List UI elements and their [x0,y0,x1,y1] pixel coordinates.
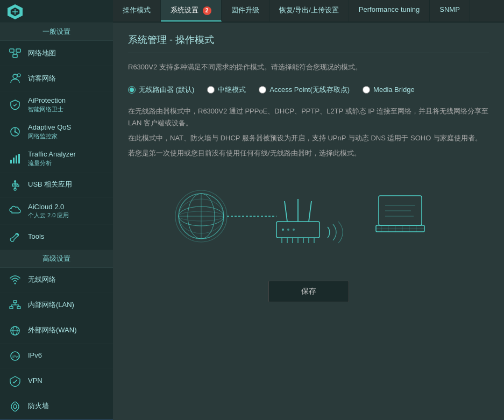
svg-rect-19 [13,301,17,303]
network-diagram [128,162,489,275]
svg-rect-60 [379,196,422,225]
svg-text:IPv6: IPv6 [12,355,20,359]
advanced-settings-header: 高级设置 [0,250,113,268]
sidebar-item-ipv6[interactable]: IPv6 IPv6 [0,344,113,369]
svg-rect-14 [16,155,17,163]
radio-wireless-router-input[interactable] [128,86,136,94]
svg-point-58 [287,229,289,231]
radio-access-point[interactable]: Access Point(无线存取点) [259,85,350,95]
radio-access-point-label: Access Point(无线存取点) [269,85,350,95]
save-button-container: 保存 [128,281,489,302]
sidebar-item-network-map[interactable]: 网络地图 [0,41,113,66]
sidebar-item-traffic-analyzer[interactable]: Traffic Analyzer 流量分析 [0,145,113,172]
radio-media-bridge[interactable]: Media Bridge [363,86,415,94]
page-title: 系统管理 - 操作模式 [128,33,489,46]
page-description: R6300V2 支持多种满足不同需求的操作模式。请选择能符合您现况的模式。 [128,62,489,73]
sidebar-item-lan[interactable]: 内部网络(LAN) [0,293,113,318]
ipv6-icon: IPv6 [8,348,23,364]
wireless-icon [8,273,23,288]
sidebar-item-label-ipv6: IPv6 [28,351,42,360]
mode-description-3: 若您是第一次使用或您目前没有使用任何有线/无线路由器时，选择此模式。 [128,147,489,159]
radio-repeater-label: 中继模式 [218,85,246,95]
title-divider [128,53,489,53]
sidebar-item-label-usb-apps: USB 相关应用 [28,180,72,189]
sidebar-item-label-adaptive-qos: Adaptive QoS 网络监控家 [28,123,71,140]
diagram-svg [169,173,449,259]
mode-description-1: 在无线路由器模式中，R6300V2 通过 PPPoE、DHCP、PPTP、L2T… [128,105,489,129]
svg-rect-5 [13,54,17,58]
svg-line-49 [309,201,311,222]
sidebar-item-tools[interactable]: Tools [0,225,113,250]
sidebar-item-wireless[interactable]: 无线网络 [0,268,113,293]
wan-icon [8,323,23,338]
sidebar-item-label-aiprotection: AiProtection 智能网络卫士 [28,96,66,113]
radio-wireless-router[interactable]: 无线路由器 (默认) [128,85,194,95]
network-setup-wizard-icon [8,4,23,19]
aiprotection-icon [8,97,23,112]
lan-icon [8,298,23,313]
sidebar-item-guest-network[interactable]: 访客网络 [0,66,113,91]
system-settings-badge: 2 [203,6,211,15]
sidebar-item-label-wireless: 无线网络 [28,275,56,284]
sidebar-item-label-firewall: 防火墙 [28,402,49,411]
radio-group-operation-mode: 无线路由器 (默认) 中继模式 Access Point(无线存取点) Medi… [128,85,489,95]
svg-rect-20 [10,307,13,309]
main-content: 操作模式 系统设置 2 固件升级 恢复/导出/上传设置 Performance … [113,0,504,420]
radio-access-point-input[interactable] [259,86,266,94]
svg-rect-4 [16,49,20,52]
svg-point-16 [14,188,16,190]
svg-rect-3 [10,49,14,52]
sidebar-item-aicloud[interactable]: AiCloud 2.0 个人云 2.0 应用 [0,198,113,225]
sidebar-item-label-guest-network: 访客网络 [28,74,56,83]
firewall-icon [8,399,23,414]
aicloud-icon [8,203,23,218]
tab-restore[interactable]: 恢复/导出/上传设置 [269,0,349,22]
mode-description-2: 在此模式中，NAT、防火墙与 DHCP 服务器被预设为开启，支持 UPnP 与动… [128,132,489,144]
sidebar-item-label-wan: 外部网络(WAN) [28,326,77,335]
tab-system-settings[interactable]: 系统设置 2 [161,0,222,22]
sidebar-item-wan[interactable]: 外部网络(WAN) [0,318,113,344]
svg-point-57 [282,229,284,231]
sidebar-item-adaptive-qos[interactable]: Adaptive QoS 网络监控家 [0,118,113,145]
usb-icon [8,177,23,193]
sidebar-item-label-vpn: VPN [28,376,42,386]
svg-point-18 [15,282,16,284]
content-area: 系统管理 - 操作模式 R6300V2 支持多种满足不同需求的操作模式。请选择能… [113,23,504,420]
tab-performance-tuning[interactable]: Performance tuning [349,0,430,22]
radio-repeater[interactable]: 中继模式 [207,85,246,95]
sidebar-item-aiprotection[interactable]: AiProtection 智能网络卫士 [0,91,113,118]
svg-point-9 [17,74,20,77]
tab-operation-mode[interactable]: 操作模式 [113,0,161,22]
sidebar-item-label-traffic-analyzer: Traffic Analyzer 流量分析 [28,150,76,167]
sidebar-item-label-tools: Tools [28,232,44,241]
sidebar-item-usb-apps[interactable]: USB 相关应用 [0,173,113,198]
svg-rect-15 [18,154,20,163]
svg-rect-13 [13,158,15,163]
svg-rect-17 [17,185,19,187]
general-settings-header: 一般设置 [0,23,113,41]
tab-snmp[interactable]: SNMP [430,0,470,22]
svg-point-59 [293,229,295,231]
guest-network-icon [8,71,23,86]
radio-repeater-input[interactable] [207,86,215,94]
sidebar-top [0,0,113,23]
tab-firmware-update[interactable]: 固件升级 [222,0,269,22]
sidebar-item-label-network-map: 网络地图 [28,49,56,58]
sidebar-item-firewall[interactable]: 防火墙 [0,394,113,419]
svg-line-47 [285,201,287,222]
adaptive-qos-icon [8,124,23,139]
tab-bar: 操作模式 系统设置 2 固件升级 恢复/导出/上传设置 Performance … [113,0,504,23]
network-map-icon [8,46,23,61]
sidebar-item-label-aicloud: AiCloud 2.0 个人云 2.0 应用 [28,203,69,219]
sidebar-item-vpn[interactable]: VPN [0,369,113,394]
sidebar-item-label-lan: 内部网络(LAN) [28,301,74,310]
traffic-analyzer-icon [8,151,23,166]
radio-media-bridge-input[interactable] [363,86,370,94]
tools-icon [8,230,23,245]
radio-media-bridge-label: Media Bridge [373,86,415,94]
vpn-icon [8,374,23,389]
save-button[interactable]: 保存 [268,281,349,302]
svg-point-11 [15,131,16,132]
svg-rect-21 [17,307,20,309]
radio-wireless-router-label: 无线路由器 (默认) [139,85,194,95]
